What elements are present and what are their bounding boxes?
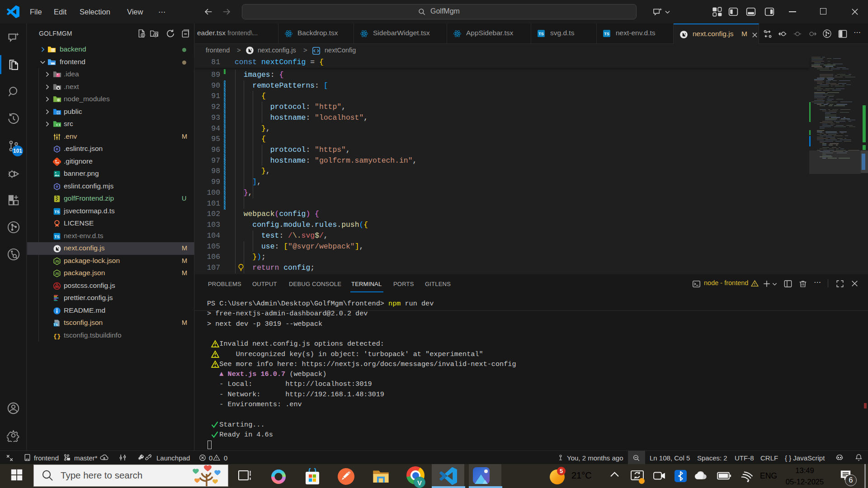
svg-text:TS: TS (538, 32, 544, 36)
svg-text:{}: {} (53, 333, 61, 340)
svg-text:TS: TS (54, 209, 60, 214)
svg-text:JS: JS (55, 259, 59, 263)
svg-text:JS: JS (55, 272, 59, 276)
svg-text:TS: TS (54, 323, 58, 327)
svg-text:TS: TS (54, 234, 60, 239)
svg-text:TS: TS (604, 32, 609, 36)
